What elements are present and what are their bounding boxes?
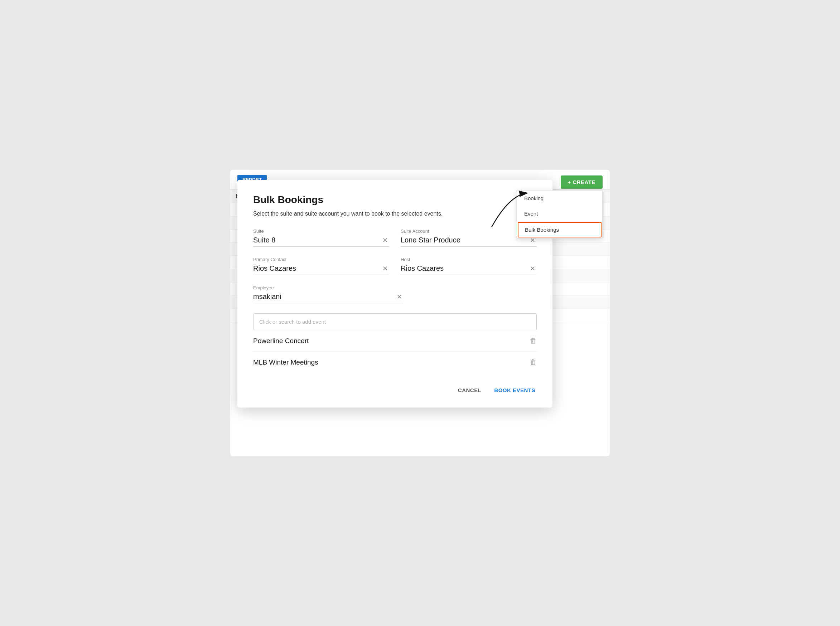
list-item: Powerline Concert🗑 xyxy=(253,330,537,352)
suite-label: Suite xyxy=(253,228,389,234)
event-search-input[interactable]: Click or search to add event xyxy=(253,313,537,330)
suite-account-label: Suite Account xyxy=(400,228,537,234)
host-value: Rios Cazares xyxy=(400,264,529,272)
book-events-button[interactable]: BOOK EVENTS xyxy=(493,384,537,396)
cancel-button[interactable]: CANCEL xyxy=(457,384,483,396)
modal-subtitle: Select the suite and suite account you w… xyxy=(253,211,537,217)
primary-contact-clear-button[interactable]: ✕ xyxy=(381,264,389,272)
bulk-bookings-modal: Bulk Bookings Select the suite and suite… xyxy=(238,180,552,408)
modal-footer: CANCEL BOOK EVENTS xyxy=(253,382,537,396)
primary-contact-field: Primary Contact Rios Cazares ✕ xyxy=(253,257,389,275)
dropdown-item[interactable]: Bulk Bookings xyxy=(518,222,602,238)
list-item: MLB Winter Meetings🗑 xyxy=(253,352,537,373)
employee-value: msakiani xyxy=(253,293,395,301)
contact-row: Primary Contact Rios Cazares ✕ Host Rios… xyxy=(253,257,537,275)
host-clear-button[interactable]: ✕ xyxy=(529,264,537,272)
employee-field: Employee msakiani ✕ xyxy=(253,285,404,303)
suite-field: Suite Suite 8 ✕ xyxy=(253,228,389,247)
event-name: Powerline Concert xyxy=(253,337,309,345)
suite-clear-button[interactable]: ✕ xyxy=(381,236,389,244)
create-button[interactable]: + CREATE xyxy=(561,175,602,189)
dropdown-item[interactable]: Event xyxy=(517,206,602,221)
event-list: Powerline Concert🗑MLB Winter Meetings🗑 xyxy=(253,330,537,373)
suite-account-field: Suite Account Lone Star Produce ✕ xyxy=(400,228,537,247)
delete-event-button[interactable]: 🗑 xyxy=(530,358,537,366)
primary-contact-label: Primary Contact xyxy=(253,257,389,262)
employee-label: Employee xyxy=(253,285,404,290)
modal-container: Bulk Bookings Select the suite and suite… xyxy=(238,180,552,408)
employee-row: Employee msakiani ✕ xyxy=(253,285,537,303)
dropdown-item[interactable]: Booking xyxy=(517,191,602,206)
suite-value: Suite 8 xyxy=(253,236,381,244)
employee-clear-button[interactable]: ✕ xyxy=(395,293,404,301)
suite-account-value: Lone Star Produce xyxy=(400,236,529,244)
primary-contact-value: Rios Cazares xyxy=(253,264,381,272)
create-dropdown-menu: BookingEventBulk Bookings xyxy=(517,190,602,238)
modal-title: Bulk Bookings xyxy=(253,194,537,205)
suite-row: Suite Suite 8 ✕ Suite Account Lone Star … xyxy=(253,228,537,247)
right-panel: + CREATE BookingEventBulk Bookings xyxy=(517,175,602,238)
event-name: MLB Winter Meetings xyxy=(253,358,318,366)
host-field: Host Rios Cazares ✕ xyxy=(400,257,537,275)
delete-event-button[interactable]: 🗑 xyxy=(530,336,537,345)
host-label: Host xyxy=(400,257,537,262)
